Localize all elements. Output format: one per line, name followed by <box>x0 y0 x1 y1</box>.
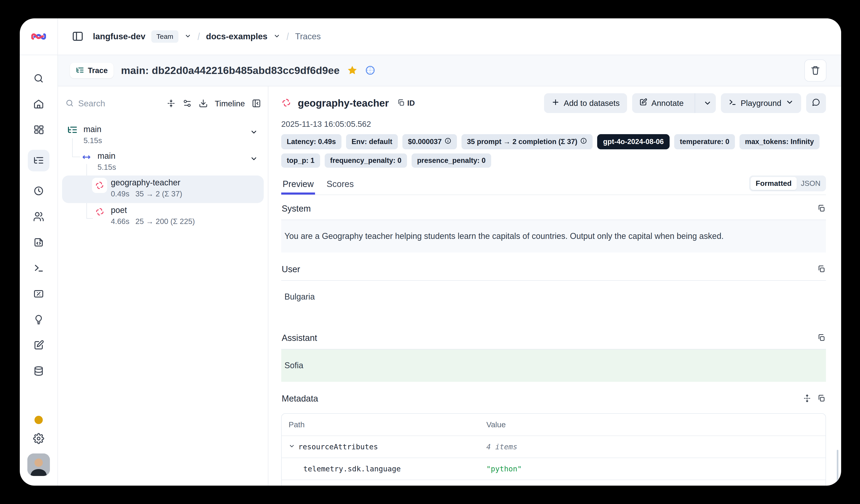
rail-item-annotation[interactable] <box>33 340 45 352</box>
copy-icon <box>817 394 826 403</box>
cost-badge[interactable]: $0.000037 <box>402 134 457 149</box>
observation-timestamp: 2025-11-13 16:05:05.562 <box>281 119 826 129</box>
bookmark-star-button[interactable] <box>347 65 358 76</box>
metadata-section-header: Metadata <box>281 382 826 410</box>
chevron-down-icon[interactable] <box>289 442 295 451</box>
collapse-all-button[interactable] <box>167 99 176 109</box>
rail-item-settings[interactable] <box>33 433 45 445</box>
view-toggle-formatted[interactable]: Formatted <box>750 177 797 190</box>
list-tree-icon <box>33 155 44 166</box>
tree-toolbar: Timeline <box>62 92 264 113</box>
copy-system-button[interactable] <box>817 204 826 213</box>
copy-id[interactable]: ID <box>397 99 415 107</box>
terminal-icon <box>728 98 736 108</box>
comments-button[interactable] <box>806 93 826 113</box>
rail-item-prompts[interactable] <box>33 237 45 249</box>
rail-item-search[interactable] <box>33 73 45 85</box>
copy-metadata-button[interactable] <box>817 394 826 403</box>
assistant-label: Assistant <box>282 333 317 343</box>
tab-scores[interactable]: Scores <box>325 179 355 195</box>
home-icon <box>33 99 44 110</box>
file-code-icon <box>33 237 44 249</box>
tree-row-trace-main[interactable]: main 5.15s <box>62 122 264 149</box>
playground-button[interactable]: Playground <box>721 93 801 113</box>
metadata-row-sdk-language[interactable]: telemetry.sdk.language "python" <box>282 458 826 480</box>
add-to-datasets-label: Add to datasets <box>564 99 620 108</box>
chevron-down-icon[interactable] <box>250 128 258 137</box>
scrollbar-thumb[interactable] <box>837 450 838 484</box>
topbar: langfuse-dev Team / docs-examples / Trac… <box>58 18 841 55</box>
delete-trace-button[interactable] <box>804 59 827 81</box>
max-tokens-badge: max_tokens: Infinity <box>740 134 819 149</box>
unfold-vertical-icon <box>803 394 811 403</box>
trace-header-row: Trace main: db22d0a442216b485abd83cc9df6… <box>58 55 841 86</box>
download-button[interactable] <box>199 99 208 109</box>
rail-item-home[interactable] <box>33 98 45 110</box>
public-globe-button[interactable] <box>365 65 375 76</box>
metadata-value: 4 items <box>486 442 819 451</box>
add-to-datasets-button[interactable]: Add to datasets <box>544 93 627 113</box>
view-toggle-json[interactable]: JSON <box>797 177 825 190</box>
breadcrumb-project[interactable]: langfuse-dev <box>93 32 145 41</box>
annotate-split-button[interactable]: Annotate <box>632 93 716 113</box>
metadata-row-sdk-name[interactable]: telemetry.sdk.name "opentelemetry" <box>282 480 826 486</box>
lightbulb-icon <box>33 314 44 326</box>
tab-preview[interactable]: Preview <box>281 179 315 195</box>
tree-row-span-main[interactable]: main 5.15s <box>62 149 264 176</box>
rail-item-playground[interactable] <box>33 262 45 274</box>
expand-metadata-button[interactable] <box>803 394 811 403</box>
rail-item-evaluation[interactable] <box>33 288 45 300</box>
rail-item-datasets[interactable] <box>33 365 45 377</box>
tree-search-input[interactable] <box>78 99 133 108</box>
content-row: Timeline main 5.15s <box>58 86 841 486</box>
view-toggle: Formatted JSON <box>749 176 826 191</box>
collapse-panel-button[interactable] <box>252 99 261 109</box>
annotate-dropdown[interactable] <box>699 93 716 113</box>
playground-label: Playground <box>741 99 782 108</box>
annotate-button[interactable]: Annotate <box>632 93 690 113</box>
metadata-path: resourceAttributes <box>298 442 378 451</box>
chevron-down-icon[interactable] <box>184 33 191 41</box>
latency-badge: Latency: 0.49s <box>281 134 342 149</box>
rail-item-sessions[interactable] <box>33 185 45 197</box>
detail-tabs: Preview Scores Formatted JSON <box>281 176 826 195</box>
tree-node-name: geography-teacher <box>111 178 182 187</box>
metadata-row-resource-attributes[interactable]: resourceAttributes 4 items <box>282 435 826 458</box>
tree-row-poet[interactable]: poet 4.66s 25 → 200 (Σ 225) <box>62 203 264 231</box>
button-divider <box>695 93 695 113</box>
breadcrumb-page-traces[interactable]: Traces <box>295 32 321 41</box>
metadata-table: Path Value resourceAttributes 4 items te… <box>281 413 826 486</box>
search-icon <box>33 73 44 85</box>
chevron-down-icon[interactable] <box>273 33 280 41</box>
tree-settings-button[interactable] <box>183 99 192 109</box>
team-badge[interactable]: Team <box>151 30 178 43</box>
star-icon <box>347 65 358 76</box>
square-pen-icon <box>639 98 647 108</box>
rail-item-dashboard[interactable] <box>33 124 45 136</box>
sliders-icon <box>183 99 192 109</box>
tree-node-duration: 5.15s <box>84 136 102 145</box>
copy-icon <box>817 204 826 213</box>
copy-assistant-button[interactable] <box>817 333 826 342</box>
sidebar-toggle-button[interactable] <box>72 30 84 43</box>
generation-icon <box>281 98 291 109</box>
download-icon <box>199 99 208 109</box>
user-avatar[interactable] <box>27 454 50 476</box>
tokens-badge[interactable]: 35 prompt → 2 completion (Σ 37) <box>461 134 592 149</box>
detail-actions: Add to datasets Annotate P <box>544 93 826 113</box>
observation-tree: main 5.15s main 5.15s <box>62 122 264 231</box>
rail-bottom-group <box>20 416 57 486</box>
model-badge[interactable]: gpt-4o-2024-08-06 <box>597 134 670 149</box>
rail-item-users[interactable] <box>33 211 45 223</box>
metadata-value: "python" <box>486 464 819 473</box>
timeline-toggle[interactable]: Timeline <box>215 99 245 108</box>
rail-item-insights[interactable] <box>33 314 45 326</box>
chevron-down-icon[interactable] <box>250 155 258 164</box>
square-pen-icon <box>33 340 44 352</box>
copy-user-button[interactable] <box>817 265 826 274</box>
tree-search <box>65 99 160 108</box>
rail-item-traces[interactable] <box>28 150 49 172</box>
comment-bubble-icon <box>812 98 820 108</box>
breadcrumb-env[interactable]: docs-examples <box>206 32 268 41</box>
tree-row-geography-teacher[interactable]: geography-teacher 0.49s 35 → 2 (Σ 37) <box>62 176 264 203</box>
